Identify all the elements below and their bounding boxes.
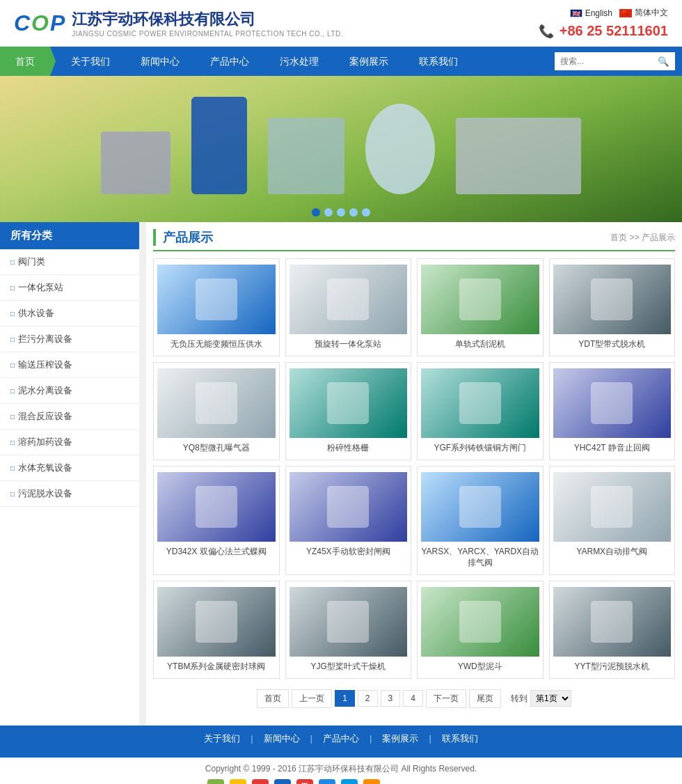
product-card-4[interactable]: YQ8型微孔曝气器: [153, 362, 280, 460]
banner-product-5: [456, 118, 581, 194]
page-4-button[interactable]: 4: [403, 690, 423, 707]
product-card-2[interactable]: 单轨式刮泥机: [417, 258, 544, 356]
page-last-button[interactable]: 尾页: [469, 689, 501, 708]
company-name-cn: 江苏宇动环保科技有限公司: [72, 9, 343, 30]
weibo-icon[interactable]: 微: [296, 779, 313, 784]
product-image-13: [290, 587, 408, 657]
sidebar-arrow-icon: □: [10, 387, 15, 395]
product-grid: 无负压无能变频恒压供水 预旋转一体化泵站 单轨式刮泥机 YDT型带式脱水机 YQ…: [153, 258, 675, 679]
social-icon-3[interactable]: ▶: [363, 779, 380, 784]
nav-item-news[interactable]: 新闻中心: [125, 47, 195, 76]
product-area: 产品展示 首页 >> 产品展示 无负压无能变频恒压供水 预旋转一体化泵站 单轨式…: [146, 222, 682, 726]
sidebar-item-pump[interactable]: □ 一体化泵站: [0, 275, 139, 301]
nav-item-wastewater[interactable]: 污水处理: [264, 47, 334, 76]
product-name-8: YD342X 双偏心法兰式蝶阀: [157, 546, 276, 558]
lang-english[interactable]: 🇬🇧 English: [570, 8, 612, 18]
banner-dot-5[interactable]: [362, 208, 370, 217]
page-first-button[interactable]: 首页: [257, 689, 289, 708]
product-card-11[interactable]: YARMX自动排气阀: [549, 466, 676, 576]
nav-item-cases[interactable]: 案例展示: [334, 47, 404, 76]
product-card-14[interactable]: YWD型泥斗: [417, 581, 544, 679]
banner-product-2: [191, 97, 247, 194]
search-button[interactable]: 🔍: [652, 52, 675, 70]
footer-link-contact[interactable]: 联系我们: [442, 732, 478, 745]
page-2-button[interactable]: 2: [358, 690, 378, 707]
product-card-12[interactable]: YTBM系列金属硬密封球阀: [153, 581, 280, 679]
qq-icon[interactable]: Q: [274, 779, 291, 784]
product-card-15[interactable]: YYT型污泥预脱水机: [549, 581, 676, 679]
product-image-8: [157, 472, 276, 542]
nav-item-about[interactable]: 关于我们: [56, 47, 125, 76]
sidebar-arrow-icon: □: [10, 413, 15, 421]
product-image-2: [421, 265, 539, 334]
product-name-2: 单轨式刮泥机: [421, 338, 539, 350]
search-input[interactable]: [555, 52, 652, 70]
product-image-1: [290, 265, 408, 334]
page-next-button[interactable]: 下一页: [426, 689, 466, 708]
product-card-0[interactable]: 无负压无能变频恒压供水: [153, 258, 280, 356]
sidebar-arrow-icon: □: [10, 310, 15, 317]
banner-product-3: [268, 118, 344, 194]
flag-cn-icon: 🇨🇳: [619, 9, 632, 17]
banner-dot-2[interactable]: [324, 208, 333, 217]
product-name-1: 预旋转一体化泵站: [290, 338, 408, 350]
banner-dots: [312, 208, 370, 217]
svg-rect-17: [203, 493, 230, 521]
svg-rect-9: [203, 389, 230, 417]
footer-link-news[interactable]: 新闻中心: [264, 732, 300, 745]
page-select[interactable]: 第1页 第2页 第3页 第4页: [530, 690, 571, 707]
phone-icon: 📞: [539, 24, 554, 39]
svg-rect-3: [334, 285, 362, 313]
breadcrumb-home[interactable]: 首页: [610, 233, 627, 242]
banner-products: [0, 97, 682, 201]
nav-item-products[interactable]: 产品中心: [195, 47, 264, 76]
sidebar-item-water-supply[interactable]: □ 供水设备: [0, 301, 139, 327]
footer-link-products[interactable]: 产品中心: [323, 732, 359, 745]
page-prev-button[interactable]: 上一页: [292, 689, 332, 708]
nav-item-contact[interactable]: 联系我们: [404, 47, 473, 76]
sidebar-item-valves[interactable]: □ 阀门类: [0, 249, 139, 275]
product-name-14: YWD型泥斗: [421, 661, 539, 673]
footer-link-about[interactable]: 关于我们: [204, 732, 240, 745]
sidebar-item-conveying[interactable]: □ 输送压榨设备: [0, 352, 139, 378]
banner-dot-1[interactable]: [312, 208, 320, 217]
email-icon[interactable]: ✉: [252, 779, 269, 784]
banner-dot-3[interactable]: [337, 208, 345, 217]
social-icon-2[interactable]: ◎: [341, 779, 358, 784]
sidebar-item-mixing[interactable]: □ 混合反应设备: [0, 404, 139, 430]
sidebar-item-dewater[interactable]: □ 污泥脱水设备: [0, 481, 139, 507]
sidebar-item-chemical[interactable]: □ 溶药加药设备: [0, 430, 139, 455]
product-card-7[interactable]: YHC42T 静音止回阀: [549, 362, 676, 460]
product-image-7: [553, 368, 672, 438]
product-card-3[interactable]: YDT型带式脱水机: [549, 258, 676, 356]
footer-copyright: Copyright © 1999 - 2016 江苏宇动环保科技有限公司 All…: [0, 758, 682, 784]
lang-chinese[interactable]: 🇨🇳 简体中文: [619, 7, 668, 19]
sidebar-title: 所有分类: [0, 222, 139, 249]
product-image-4: [157, 368, 276, 438]
page-3-button[interactable]: 3: [381, 690, 401, 707]
logo-area: COP 江苏宇动环保科技有限公司 JIANGSU COSMIC POWER EN…: [14, 9, 343, 38]
sidebar-item-aeration[interactable]: □ 水体充氧设备: [0, 455, 139, 481]
breadcrumb: 首页 >> 产品展示: [610, 232, 675, 244]
sidebar-item-separation[interactable]: □ 拦污分离设备: [0, 327, 139, 352]
wechat-icon[interactable]: W: [207, 779, 224, 784]
banner-dot-4[interactable]: [349, 208, 358, 217]
product-card-6[interactable]: YGF系列铸铁镶铜方闸门: [417, 362, 544, 460]
social-icon-1[interactable]: ◉: [319, 779, 335, 784]
product-image-3: [553, 265, 672, 334]
product-card-8[interactable]: YD342X 双偏心法兰式蝶阀: [153, 466, 280, 576]
product-card-10[interactable]: YARSX、YARCX、YARDX自动排气阀: [417, 466, 544, 576]
product-card-5[interactable]: 粉碎性格栅: [285, 362, 412, 460]
sidebar-arrow-icon: □: [10, 361, 15, 369]
nav-item-home[interactable]: 首页: [0, 47, 56, 76]
favorite-icon[interactable]: ★: [230, 779, 246, 784]
product-image-14: [421, 587, 539, 657]
sidebar-arrow-icon: □: [10, 258, 15, 266]
sidebar-item-mud-sep[interactable]: □ 泥水分离设备: [0, 378, 139, 404]
product-card-1[interactable]: 预旋转一体化泵站: [285, 258, 412, 356]
product-card-13[interactable]: YJG型桨叶式干燥机: [285, 581, 412, 679]
page-1-button[interactable]: 1: [335, 690, 355, 707]
product-card-9[interactable]: YZ45X手动软密封闸阀: [285, 466, 412, 576]
product-image-9: [290, 472, 408, 542]
footer-link-cases[interactable]: 案例展示: [382, 732, 418, 745]
